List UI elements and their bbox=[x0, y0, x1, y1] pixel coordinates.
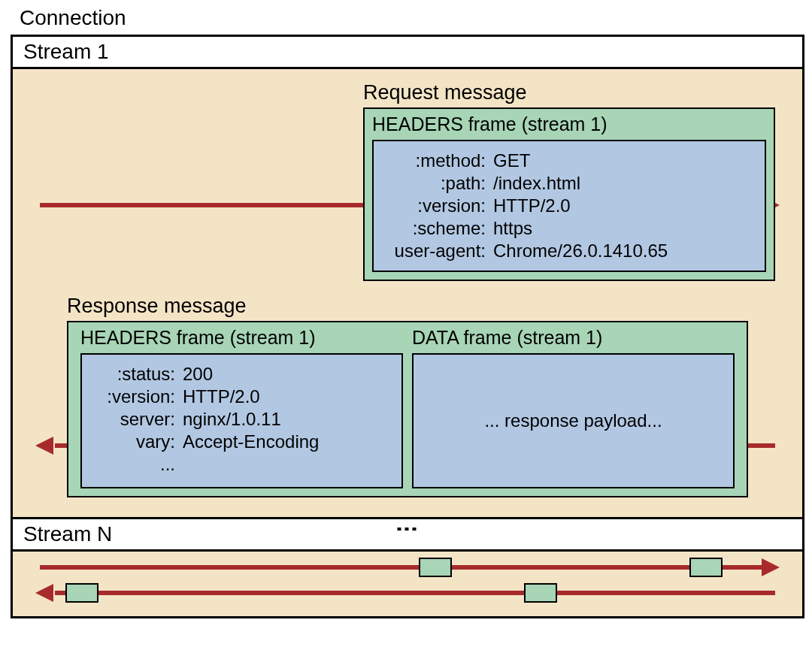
response-label: Response message bbox=[67, 295, 775, 318]
resp-hval: nginx/1.0.11 bbox=[183, 409, 391, 430]
connection-box: Stream 1 Request message HEADERS frame (… bbox=[11, 35, 804, 618]
stream1-header: Stream 1 bbox=[13, 37, 802, 69]
req-hkey: :scheme: bbox=[384, 218, 486, 239]
frame-chip bbox=[689, 558, 723, 577]
req-hval: /index.html bbox=[493, 173, 754, 194]
stream1-body: Request message HEADERS frame (stream 1)… bbox=[13, 69, 802, 519]
req-hkey: user-agent: bbox=[384, 240, 486, 262]
req-hkey: :path: bbox=[384, 173, 486, 194]
req-header-row: :path:/index.html bbox=[384, 173, 754, 194]
streamn-header: Stream N ⋮ bbox=[13, 519, 802, 552]
response-data-title: DATA frame (stream 1) bbox=[412, 327, 735, 349]
frame-chip bbox=[524, 583, 557, 603]
resp-header-row: ... bbox=[92, 454, 391, 475]
streamn-resp-arrow-head bbox=[35, 584, 53, 602]
req-hkey: :version: bbox=[384, 195, 486, 216]
connection-label: Connection bbox=[20, 6, 806, 30]
frame-chip bbox=[419, 558, 452, 577]
req-hval: GET bbox=[493, 150, 754, 171]
resp-hkey: vary: bbox=[92, 431, 175, 452]
resp-header-row: :status:200 bbox=[92, 364, 391, 385]
req-header-row: :version:HTTP/2.0 bbox=[384, 195, 754, 216]
response-headers-title: HEADERS frame (stream 1) bbox=[80, 327, 403, 349]
req-hval: HTTP/2.0 bbox=[493, 195, 754, 216]
req-header-row: :method:GET bbox=[384, 150, 754, 171]
request-headers-frame: HEADERS frame (stream 1) :method:GET :pa… bbox=[363, 107, 775, 281]
response-data-body: ... response payload... bbox=[412, 353, 735, 488]
req-header-row: :scheme:https bbox=[384, 218, 754, 239]
response-headers-body: :status:200 :version:HTTP/2.0 server:ngi… bbox=[80, 353, 403, 488]
response-data-col: DATA frame (stream 1) ... response paylo… bbox=[408, 327, 739, 488]
req-hkey: :method: bbox=[384, 150, 486, 171]
response-headers-col: HEADERS frame (stream 1) :status:200 :ve… bbox=[76, 327, 408, 488]
streamn-req-arrow-head bbox=[762, 558, 780, 576]
resp-header-row: server:nginx/1.0.11 bbox=[92, 409, 391, 430]
resp-hkey: :status: bbox=[92, 364, 175, 385]
resp-header-row: vary:Accept-Encoding bbox=[92, 431, 391, 452]
resp-hkey: server: bbox=[92, 409, 175, 430]
streamn-req-arrow-line bbox=[40, 565, 766, 570]
resp-hkey: ... bbox=[92, 454, 175, 475]
request-label: Request message bbox=[363, 81, 775, 104]
request-frame-body: :method:GET :path:/index.html :version:H… bbox=[372, 140, 766, 272]
frame-chip bbox=[65, 583, 98, 603]
streamn-resp-arrow-line bbox=[55, 591, 775, 595]
req-hval: Chrome/26.0.1410.65 bbox=[493, 240, 754, 262]
streamn-label: Stream N bbox=[23, 522, 112, 546]
resp-hkey: :version: bbox=[92, 386, 175, 407]
streamn-body bbox=[13, 552, 802, 616]
resp-hval: 200 bbox=[183, 364, 391, 385]
req-header-row: user-agent:Chrome/26.0.1410.65 bbox=[384, 240, 754, 262]
request-message-area: Request message HEADERS frame (stream 1)… bbox=[363, 81, 775, 281]
req-hval: https bbox=[493, 218, 754, 239]
request-frame-title: HEADERS frame (stream 1) bbox=[372, 113, 766, 135]
resp-header-row: :version:HTTP/2.0 bbox=[92, 386, 391, 407]
resp-hval: Accept-Encoding bbox=[183, 431, 391, 452]
ellipsis-icon: ⋮ bbox=[404, 518, 411, 542]
resp-hval: HTTP/2.0 bbox=[183, 386, 391, 407]
response-frame-group: HEADERS frame (stream 1) :status:200 :ve… bbox=[67, 321, 748, 497]
resp-hval bbox=[183, 454, 391, 475]
response-message-area: Response message HEADERS frame (stream 1… bbox=[40, 295, 775, 497]
